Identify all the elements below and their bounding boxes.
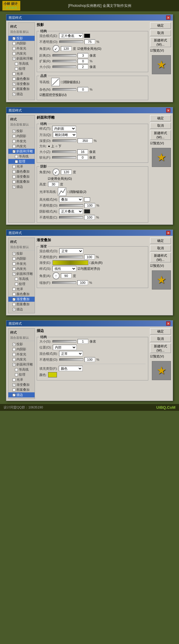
cb-og-4[interactable] [13, 353, 16, 356]
cb-pattern-overlay-1[interactable] [13, 88, 16, 91]
scale-slider-3[interactable] [52, 281, 76, 284]
scale-input-3[interactable] [77, 280, 88, 285]
cb-ds-4[interactable] [13, 343, 16, 346]
shadow-color-2[interactable] [84, 209, 90, 213]
reverse-3[interactable]: □反向(R) [90, 261, 103, 265]
cb-is-4[interactable] [13, 348, 16, 351]
cb-drop-shadow-1[interactable] [13, 37, 16, 40]
opacity-input-1[interactable] [84, 39, 95, 44]
cb-og-2[interactable] [13, 140, 16, 143]
cb-gradient-overlay-1[interactable] [13, 83, 16, 86]
highlight-mode-select-2[interactable]: 叠加 [59, 197, 83, 202]
cb-bevel-4[interactable] [13, 363, 16, 366]
cb-is-3[interactable] [13, 257, 16, 260]
sidebar-item-color-overlay-1[interactable]: 颜色叠加 [8, 76, 35, 81]
new-style-button-4[interactable]: 新建样式(W)... [150, 343, 171, 353]
spread-slider-1[interactable] [53, 60, 76, 62]
sidebar-inner-glow-2[interactable]: 内发光 [8, 144, 35, 149]
sidebar-bevel-4[interactable]: 斜面和浮雕 [8, 362, 35, 367]
cb-texture-1[interactable] [15, 67, 18, 70]
technique-select-2[interactable]: 雕刻清晰 [53, 132, 77, 137]
sidebar-is-3[interactable]: 内阴影 [8, 256, 35, 261]
size-input-1[interactable] [78, 64, 88, 69]
sidebar-item-gradient-overlay-1[interactable]: 渐变叠加 [8, 81, 35, 86]
cb-contour-4[interactable] [15, 368, 18, 371]
cb-ds-2[interactable] [13, 130, 16, 133]
sidebar-gradient-overlay-2[interactable]: 渐变叠加 [8, 174, 35, 179]
size-input-2[interactable] [77, 149, 88, 154]
sidebar-po-4[interactable]: 图案叠加 [8, 387, 35, 392]
sidebar-item-outer-glow-1[interactable]: 外发光 [8, 46, 35, 51]
soften-slider-2[interactable] [52, 156, 76, 159]
sidebar-satin-2[interactable]: 光泽 [8, 164, 35, 169]
cb-bevel-2[interactable] [13, 150, 16, 153]
sidebar-stroke-2[interactable]: 描边 [8, 184, 35, 189]
sidebar-drop-shadow-2[interactable]: 投影 [8, 129, 35, 134]
angle-input-3[interactable] [61, 273, 72, 278]
ok-button-1[interactable]: 确定 [150, 22, 171, 29]
cb-og-3[interactable] [13, 262, 16, 265]
sidebar-texture-4[interactable]: 纹理 [8, 372, 35, 377]
highlight-opacity-slider-2[interactable] [59, 204, 83, 207]
dir-down-2[interactable]: ○ 下 [55, 144, 62, 148]
cb-ig-2[interactable] [13, 145, 16, 148]
cb-ig-3[interactable] [13, 267, 16, 270]
sidebar-ig-4[interactable]: 内发光 [8, 357, 35, 362]
sidebar-item-bevel-1[interactable]: 斜面和浮雕 [8, 56, 35, 61]
cb-stroke-1[interactable] [13, 93, 16, 96]
new-style-button-3[interactable]: 新建样式(W)... [150, 253, 171, 262]
new-style-button-2[interactable]: 新建样式(W)... [150, 130, 171, 140]
blend-mode-select-1[interactable]: 正片叠底 [59, 33, 83, 38]
global-light-1[interactable]: ☑使用全局光(G) [77, 47, 101, 51]
sidebar-texture-3[interactable]: 纹理 [8, 281, 35, 287]
cb-stroke-4[interactable] [13, 394, 16, 397]
noise-input-1[interactable] [78, 87, 88, 92]
sidebar-texture-2[interactable]: 纹理 [8, 159, 35, 164]
sidebar-ds-4[interactable]: 投影 [8, 342, 35, 347]
cb-inner-shadow-1[interactable] [13, 42, 16, 45]
blend-mode-select-4[interactable]: 正常 [59, 351, 83, 356]
sidebar-go-4[interactable]: 渐变叠加 [8, 382, 35, 387]
cb-po-2[interactable] [13, 180, 16, 183]
depth-slider-2[interactable] [53, 140, 76, 142]
close-button-3[interactable]: ✕ [166, 231, 170, 235]
sidebar-pattern-2[interactable]: 图案叠加 [8, 179, 35, 184]
sidebar-po-3[interactable]: 图案叠加 [8, 302, 35, 307]
sidebar-item-inner-shadow-1[interactable]: 内阴影 [8, 41, 35, 46]
cb-inner-glow-1[interactable] [13, 52, 16, 55]
style-select-2[interactable]: 内斜面 [52, 126, 76, 131]
opacity-input-3[interactable] [84, 255, 95, 259]
sidebar-blend-2[interactable]: 混合选项:默认 [8, 122, 35, 127]
spread-input-1[interactable] [78, 59, 88, 64]
position-select-4[interactable]: 内部 [53, 345, 77, 350]
sidebar-satin-4[interactable]: 光泽 [8, 377, 35, 382]
sidebar-item-texture-1[interactable]: 纹理 [8, 66, 35, 71]
angle-dial-1[interactable]: ↙ [53, 45, 60, 52]
distance-input-1[interactable] [78, 53, 88, 58]
opacity-slider-3[interactable] [59, 256, 83, 258]
preview-check-3[interactable]: ☑预览(V) [150, 264, 164, 268]
ok-button-4[interactable]: 确定 [150, 328, 171, 335]
sidebar-stroke-4[interactable]: 描边 [8, 392, 35, 397]
cb-satin-2[interactable] [13, 165, 16, 168]
cb-go-3[interactable] [13, 298, 16, 301]
highlight-opacity-input-2[interactable] [84, 203, 95, 208]
sidebar-og-4[interactable]: 外发光 [8, 352, 35, 357]
cb-co-2[interactable] [13, 170, 16, 173]
align-3[interactable]: ☑与图层对齐(I) [78, 267, 100, 271]
size-slider-2[interactable] [52, 151, 76, 153]
contour-preview-1[interactable] [51, 78, 60, 86]
cb-color-overlay-1[interactable] [13, 78, 16, 80]
noise-slider-1[interactable] [53, 88, 76, 91]
sidebar-blend-4[interactable]: 混合选项:默认 [8, 335, 35, 340]
preview-check-4[interactable]: ☑预览(V) [150, 354, 164, 359]
cancel-button-2[interactable]: 取消 [150, 123, 171, 129]
sidebar-bevel-3[interactable]: 斜面和浮雕 [8, 271, 35, 276]
sidebar-bevel-2[interactable]: 斜面和浮雕 [8, 149, 35, 154]
sidebar-color-overlay-2[interactable]: 颜色叠加 [8, 169, 35, 174]
size-slider-4[interactable] [53, 340, 76, 343]
opacity-slider-4[interactable] [59, 358, 83, 361]
soften-input-2[interactable] [77, 155, 88, 160]
global-light-2[interactable]: ☑使用全局光(G) [39, 177, 72, 181]
sidebar-go-3[interactable]: 渐变叠加 [8, 297, 35, 302]
